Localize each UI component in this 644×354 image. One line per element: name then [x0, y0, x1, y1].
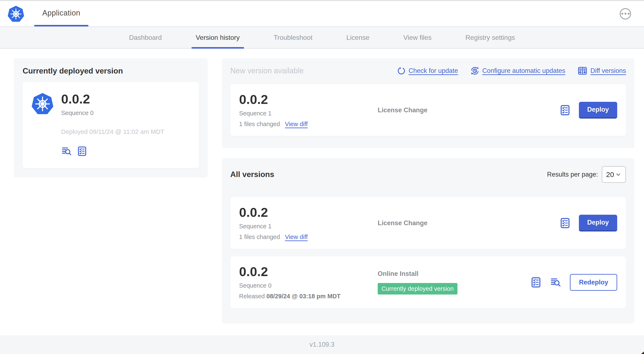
preflight-checklist-icon [559, 217, 571, 229]
currently-deployed-version-panel: 0.0.2 Sequence 0 Deployed 09/11/24 @ 11:… [22, 82, 199, 168]
console-footer: v1.109.3 [0, 335, 644, 354]
new-version-title: New version available [230, 66, 304, 75]
tab-dashboard[interactable]: Dashboard [128, 27, 163, 48]
chevron-down-icon [614, 171, 622, 178]
version-sequence: Sequence 1 [239, 110, 378, 117]
all-versions-card: All versions Results per page: 20 0. [222, 158, 634, 324]
kubernetes-logo [8, 1, 24, 26]
preflight-checklist-icon [530, 276, 542, 289]
version-source-label: License Change [378, 106, 553, 114]
file-logs-icon [550, 277, 562, 288]
preflight-results-button[interactable] [559, 104, 571, 117]
deploy-button[interactable]: Deploy [579, 215, 617, 231]
diff-versions-link[interactable]: Diff versions [578, 66, 626, 76]
kubernetes-app-icon [32, 92, 54, 115]
check-for-update-link[interactable]: Check for update [397, 66, 458, 75]
results-per-page-label: Results per page: [547, 171, 598, 178]
configure-automatic-updates-link[interactable]: Configure automatic updates [470, 66, 565, 75]
currently-deployed-title: Currently deployed version [22, 67, 199, 75]
tab-version-history[interactable]: Version history [194, 27, 241, 48]
released-timestamp: Released 08/29/24 @ 03:18 pm MDT [239, 293, 378, 300]
console-nav: Dashboard Version history Troubleshoot L… [0, 27, 644, 49]
app-title-tab[interactable]: Application [34, 1, 88, 26]
version-row-sequence-1: 0.0.2 Sequence 1 1 files changed View di… [230, 197, 626, 249]
header-spacer [88, 1, 620, 26]
version-row-sequence-0: 0.0.2 Sequence 0 Released 08/29/24 @ 03:… [230, 256, 626, 308]
view-deploy-logs-button[interactable] [61, 146, 72, 156]
version-sequence: Sequence 1 [239, 223, 378, 230]
preflight-results-button[interactable] [559, 217, 571, 229]
view-deploy-logs-button[interactable] [550, 277, 562, 288]
app-title: Application [42, 9, 80, 17]
app-header: Application [0, 1, 644, 27]
deployed-timestamp: Deployed 09/11/24 @ 11:02 am MDT [61, 128, 164, 135]
preflight-results-button[interactable] [77, 145, 88, 157]
preflight-checklist-icon [559, 104, 571, 117]
tab-troubleshoot[interactable]: Troubleshoot [272, 27, 314, 48]
refresh-icon [397, 66, 406, 75]
overflow-menu-button[interactable] [620, 8, 631, 20]
deploy-button[interactable]: Deploy [579, 102, 617, 119]
version-number: 0.0.2 [239, 93, 378, 106]
results-per-page-select[interactable]: 20 [602, 166, 626, 183]
version-source-label: Online Install [378, 270, 524, 277]
deployed-version-number: 0.0.2 [61, 92, 164, 106]
version-sequence: Sequence 0 [239, 282, 378, 289]
view-diff-link[interactable]: View diff [285, 121, 308, 128]
redeploy-button[interactable]: Redeploy [570, 274, 617, 291]
version-history-page: Application Dashboard Version history Tr… [0, 0, 644, 354]
ellipsis-icon [622, 13, 623, 15]
version-number: 0.0.2 [239, 205, 378, 219]
preflight-checklist-icon [77, 145, 88, 157]
new-version-row: 0.0.2 Sequence 1 1 files changed View di… [230, 84, 626, 136]
files-changed-text: 1 files changed [239, 121, 280, 128]
currently-deployed-badge: Currently deployed version [378, 283, 458, 294]
file-logs-icon [61, 146, 72, 156]
console-version-text: v1.109.3 [310, 341, 334, 348]
tab-license[interactable]: License [345, 27, 370, 48]
diff-icon [578, 66, 588, 76]
new-version-card: New version available Check for update C… [222, 58, 634, 148]
view-diff-link[interactable]: View diff [285, 234, 308, 240]
files-changed-text: 1 files changed [239, 234, 280, 240]
version-source-label: License Change [378, 219, 553, 227]
auto-update-clock-icon [470, 66, 480, 75]
deployed-sequence: Sequence 0 [61, 110, 164, 117]
version-number: 0.0.2 [239, 265, 378, 278]
preflight-results-button[interactable] [530, 276, 542, 289]
currently-deployed-card: Currently deployed version 0.0.2 Sequenc… [14, 58, 208, 178]
main-content: Currently deployed version 0.0.2 Sequenc… [0, 49, 644, 335]
all-versions-title: All versions [230, 170, 274, 179]
tab-registry-settings[interactable]: Registry settings [464, 27, 516, 48]
tab-view-files[interactable]: View files [402, 27, 433, 48]
